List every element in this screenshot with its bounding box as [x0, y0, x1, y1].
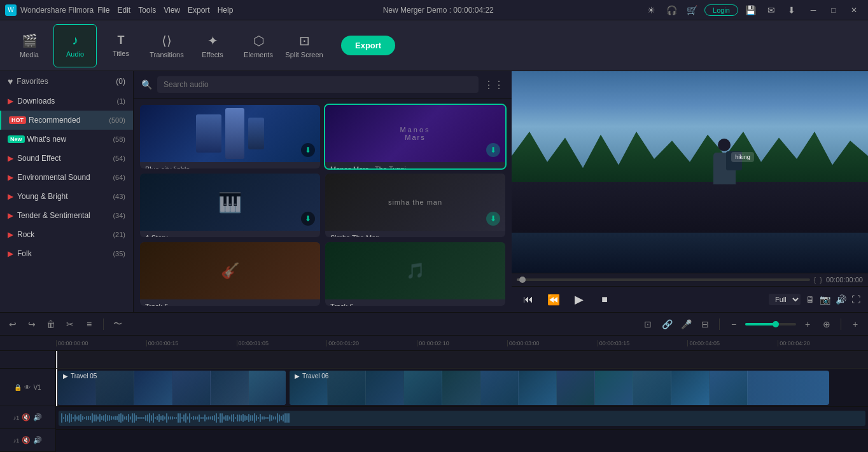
rewind-button[interactable]: ⏪ [545, 291, 563, 308]
right-controls: Full 1/2 1/4 🖥 📷 🔊 ⛶ [769, 294, 860, 305]
caption-button[interactable]: ⊟ [697, 317, 713, 332]
fullscreen-icon[interactable]: ⛶ [851, 294, 860, 305]
brightness-icon[interactable]: ☀ [643, 3, 659, 18]
stop-button[interactable]: ■ [596, 291, 613, 308]
sidebar-item-folk[interactable]: ▶ Folk (35) [0, 244, 133, 263]
delete-button[interactable]: 🗑 [43, 317, 59, 332]
young-bright-label: Young & Bright [17, 192, 113, 201]
downloads-count: (1) [117, 97, 125, 105]
lock-icon[interactable]: 🔒 [14, 384, 22, 391]
login-button[interactable]: Login [704, 4, 738, 16]
titles-icon: T [118, 34, 125, 47]
toolbar-effects[interactable]: ✦ Effects [191, 24, 234, 67]
toolbar-media[interactable]: 🎬 Media [8, 24, 51, 67]
sidebar-item-downloads[interactable]: ▶ Downloads (1) [0, 92, 133, 111]
video-clip-travel-06[interactable]: ▶ Travel 06 [290, 371, 829, 405]
quality-select[interactable]: Full 1/2 1/4 [769, 294, 801, 305]
undo-button[interactable]: ↩ [5, 317, 20, 332]
menu-edit[interactable]: Edit [118, 6, 131, 15]
cart-icon[interactable]: 🛒 [684, 3, 699, 18]
menu-view[interactable]: View [164, 6, 180, 15]
search-input[interactable] [157, 76, 479, 93]
ruler-mark-6: 00:00:03:15 [598, 340, 688, 346]
toolbar-transitions[interactable]: ⟨⟩ Transitions [145, 24, 188, 67]
download-icon-4[interactable]: ⬇ [486, 212, 500, 226]
favorites-item[interactable]: ♥ Favorites (0) [0, 71, 133, 92]
mute-icon-2[interactable]: 🔇 [22, 436, 31, 444]
track-label-v1 [0, 351, 55, 369]
arrow-icon-se: ▶ [8, 154, 13, 163]
audio-card-a-story[interactable]: 🎹 ⬇ A Story [140, 174, 320, 237]
clip-1-label: ▶ Travel 05 [63, 373, 97, 380]
card-title-6: Track 6 [325, 299, 505, 306]
mail-icon[interactable]: ✉ [764, 3, 779, 18]
mic-button[interactable]: 🎤 [678, 317, 694, 332]
monitor-icon[interactable]: 🖥 [806, 294, 815, 305]
zoom-in-button[interactable]: + [800, 317, 815, 332]
export-button[interactable]: Export [341, 36, 395, 55]
sidebar-item-whats-new[interactable]: New What's new (58) [0, 130, 133, 149]
card-title-a-story: A Story [140, 231, 320, 237]
track-content: ▶ Travel 05 [56, 351, 868, 452]
add-track-button[interactable]: + [848, 317, 863, 332]
menu-help[interactable]: Help [218, 6, 234, 15]
cut-button[interactable]: ✂ [62, 317, 78, 332]
download-icon-3[interactable]: ⬇ [301, 212, 315, 226]
audio-card-6[interactable]: 🎵 Track 6 [325, 242, 505, 306]
menu-tools[interactable]: Tools [138, 6, 156, 15]
sidebar-item-environmental[interactable]: ▶ Environmental Sound (64) [0, 168, 133, 187]
eye-icon[interactable]: 👁 [24, 384, 31, 391]
toolbar-split-screen[interactable]: ⊡ Split Screen [283, 24, 326, 67]
mute-icon[interactable]: 🔇 [22, 413, 31, 421]
audio-track-2 [56, 430, 868, 452]
waveform-button[interactable]: 〜 [110, 317, 125, 332]
headphone-icon[interactable]: 🎧 [664, 3, 679, 18]
audio-mix-button[interactable]: ≡ [81, 317, 97, 332]
volume-icon[interactable]: 🔊 [836, 294, 846, 305]
camera-icon[interactable]: 📷 [820, 294, 830, 305]
maximize-button[interactable]: □ [825, 3, 843, 18]
progress-bar[interactable] [517, 278, 810, 281]
download-icon-1[interactable]: ⬇ [301, 143, 315, 157]
menu-export[interactable]: Export [188, 6, 210, 15]
download-icon[interactable]: ⬇ [784, 3, 799, 18]
fit-button[interactable]: ⊕ [819, 317, 834, 332]
snap-button[interactable]: ⊡ [640, 317, 655, 332]
favorites-label: Favorites [17, 77, 48, 86]
solo-icon[interactable]: 🔊 [33, 413, 42, 421]
menu-file[interactable]: File [97, 6, 109, 15]
link-button[interactable]: 🔗 [659, 317, 675, 332]
sound-effect-count: (54) [113, 154, 125, 162]
arrow-icon-env: ▶ [8, 173, 13, 182]
elements-label: Elements [244, 51, 273, 58]
close-button[interactable]: ✕ [845, 3, 863, 18]
elements-icon: ⬡ [253, 33, 264, 48]
hot-badge: HOT [9, 116, 26, 124]
titles-label: Titles [113, 50, 129, 57]
save-icon[interactable]: 💾 [743, 3, 759, 18]
sidebar-item-recommended[interactable]: HOT Recommended (500) [0, 111, 133, 130]
audio-card-blue-city[interactable]: ⬇ Blue city lights [140, 105, 320, 168]
sidebar-item-tender[interactable]: ▶ Tender & Sentimental (34) [0, 206, 133, 225]
audio-card-5[interactable]: 🎸 Track 5 [140, 242, 320, 306]
audio-card-manos-mars[interactable]: Manos Mars ⬇ Manos Mars - The Tunni... [325, 105, 505, 168]
sidebar-item-rock[interactable]: ▶ Rock (21) [0, 225, 133, 244]
toolbar-audio[interactable]: ♪ Audio [53, 24, 97, 67]
play-button[interactable]: ▶ [570, 291, 588, 308]
skip-start-button[interactable]: ⏮ [519, 291, 537, 308]
card-thumb: ⬇ [140, 105, 320, 162]
toolbar-titles[interactable]: T Titles [99, 24, 143, 67]
download-icon-2[interactable]: ⬇ [486, 143, 500, 157]
grid-icon[interactable]: ⋮⋮ [484, 79, 504, 91]
toolbar-elements[interactable]: ⬡ Elements [237, 24, 280, 67]
sidebar-item-sound-effect[interactable]: ▶ Sound Effect (54) [0, 149, 133, 168]
audio-card-simha[interactable]: simha the man ⬇ Simha The Man [325, 174, 505, 237]
video-clip-travel-05[interactable]: ▶ Travel 05 [58, 371, 286, 405]
sidebar-item-young-bright[interactable]: ▶ Young & Bright (43) [0, 187, 133, 206]
zoom-slider[interactable] [745, 323, 796, 325]
zoom-out-button[interactable]: − [726, 317, 741, 332]
minimize-button[interactable]: ─ [804, 3, 822, 18]
solo-icon-2[interactable]: 🔊 [33, 436, 42, 444]
folk-label: Folk [17, 249, 113, 258]
redo-button[interactable]: ↪ [24, 317, 39, 332]
